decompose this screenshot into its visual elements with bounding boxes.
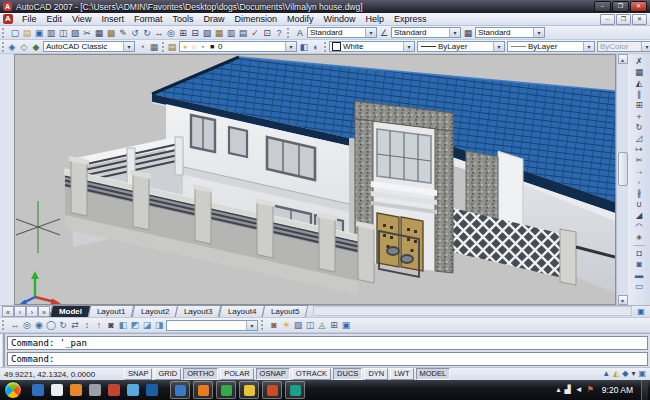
title-bar[interactable]: A AutoCAD 2007 - [C:\Users\ADMIN\Favorit… <box>0 0 650 13</box>
status-toggle[interactable]: OTRACK <box>292 368 331 380</box>
doc-close-button[interactable]: ✕ <box>632 14 647 25</box>
zoom-previous-icon[interactable]: ⊟ <box>189 27 201 39</box>
constrained-orbit-icon[interactable]: ◉ <box>33 319 45 331</box>
taskbar-app-icon-1[interactable] <box>32 384 44 396</box>
menu-item[interactable]: Express <box>389 14 432 24</box>
annotation-autoscale-icon[interactable]: ◆ <box>622 369 628 379</box>
network-icon[interactable]: ▟ <box>565 384 571 396</box>
zoom-realtime-icon[interactable]: ◎ <box>165 27 177 39</box>
command-window[interactable]: Command: '_pan Command: <box>0 333 650 367</box>
visual-style-combo[interactable]: ▾ <box>166 320 258 331</box>
clean-screen-icon[interactable]: ▣ <box>638 369 646 379</box>
taskbar-open-app-6[interactable] <box>285 381 305 399</box>
coordinates-readout[interactable]: 49.9221, 42.1324, 0.0000 <box>4 370 122 379</box>
workspace-icon[interactable]: ◈ <box>6 41 18 53</box>
combo-arrow-icon[interactable]: ▾ <box>583 42 594 51</box>
top-view-icon[interactable]: ◩ <box>129 319 141 331</box>
explode-icon[interactable]: ∗ <box>633 232 646 243</box>
next-tab-button[interactable]: › <box>26 306 38 317</box>
layer-lock-icon[interactable]: ▪ <box>199 43 207 50</box>
linetype-combo[interactable]: ByLayer ▾ <box>417 41 505 52</box>
mapping-icon[interactable]: ◫ <box>304 319 316 331</box>
vertical-scrollbar[interactable]: ▴ ▾ <box>616 54 628 305</box>
render-window-icon[interactable]: ▣ <box>340 319 352 331</box>
match-properties-icon[interactable]: ✎ <box>117 27 129 39</box>
taskbar-open-app-4[interactable] <box>239 381 259 399</box>
taskbar-clock[interactable]: 9:20 AM <box>598 385 637 395</box>
lineweight-combo[interactable]: ByLayer ▾ <box>507 41 595 52</box>
toolbar-grip[interactable] <box>2 28 7 38</box>
array-icon[interactable]: ⊞ <box>633 100 646 111</box>
combo-arrow-icon[interactable]: ▾ <box>449 28 460 37</box>
layer-on-bulb-icon[interactable]: ● <box>181 43 189 50</box>
bring-above-icon[interactable]: ▬ <box>633 270 646 281</box>
markup-set-manager-icon[interactable]: ✓ <box>249 27 261 39</box>
break-at-point-icon[interactable]: ◦ <box>633 177 646 188</box>
combo-arrow-icon[interactable]: ▾ <box>123 42 134 51</box>
menu-item[interactable]: Window <box>319 14 361 24</box>
close-button[interactable]: ✕ <box>630 1 647 12</box>
layer-previous-icon[interactable]: ◐ <box>310 41 322 53</box>
workspace-combo[interactable]: AutoCAD Classic ▾ <box>43 41 135 52</box>
workspace-settings-dialog-icon[interactable]: ◔ <box>136 41 148 53</box>
text-style-combo[interactable]: Standard ▾ <box>307 27 377 38</box>
extend-icon[interactable]: → <box>633 166 646 177</box>
lights-icon[interactable]: ☀ <box>280 319 292 331</box>
status-toggle[interactable]: POLAR <box>220 368 253 380</box>
taskbar-app-icon-4[interactable] <box>89 384 101 396</box>
designcenter-icon[interactable]: ▦ <box>213 27 225 39</box>
doc-minimize-button[interactable]: – <box>600 14 615 25</box>
layer-combo[interactable]: ●☼▪■ 0 ▾ <box>179 41 297 52</box>
open-icon[interactable]: ▤ <box>21 27 33 39</box>
command-input[interactable]: Command: <box>7 352 648 366</box>
status-toggle[interactable]: LWT <box>390 368 413 380</box>
combo-arrow-icon[interactable]: ▾ <box>285 42 296 51</box>
table-style-combo[interactable]: Standard ▾ <box>475 27 545 38</box>
layout-tab[interactable]: Layout3 <box>175 305 222 317</box>
status-menu-chevron-icon[interactable]: ▾ <box>631 369 635 379</box>
first-tab-button[interactable]: « <box>2 306 14 317</box>
help-icon[interactable]: ? <box>273 27 285 39</box>
combo-arrow-icon[interactable]: ▾ <box>403 42 414 51</box>
cut-icon[interactable]: ✂ <box>81 27 93 39</box>
advanced-render-settings-icon[interactable]: ⊞ <box>328 319 340 331</box>
copy-icon[interactable]: ▦ <box>93 27 105 39</box>
toolbar-grip[interactable] <box>324 42 326 52</box>
pan-3d-icon[interactable]: ↔ <box>9 319 21 331</box>
menu-item[interactable]: Insert <box>96 14 129 24</box>
combo-arrow-icon[interactable]: ▾ <box>493 42 504 51</box>
materials-icon[interactable]: ▨ <box>292 319 304 331</box>
copy-object-icon[interactable]: ▦ <box>633 67 646 78</box>
toolbar-grip[interactable] <box>2 42 4 52</box>
chamfer-icon[interactable]: ◢ <box>633 210 646 221</box>
status-toggle[interactable]: SNAP <box>124 368 152 380</box>
menu-item[interactable]: Tools <box>167 14 198 24</box>
menu-item[interactable]: Draw <box>198 14 229 24</box>
continuous-orbit-icon[interactable]: ↻ <box>57 319 69 331</box>
action-center-flag-icon[interactable]: ⚑ <box>587 384 594 396</box>
taskbar-app-icon-6[interactable] <box>127 384 139 396</box>
menu-item[interactable]: Edit <box>42 14 68 24</box>
menu-item[interactable]: Dimension <box>229 14 282 24</box>
send-under-icon[interactable]: ▭ <box>633 281 646 292</box>
status-toggle[interactable]: OSNAP <box>256 368 290 380</box>
toolbar-grip[interactable] <box>287 28 292 38</box>
horizontal-scrollbar[interactable] <box>313 306 632 316</box>
taskbar-app-icon-7[interactable] <box>146 384 158 396</box>
plot-icon[interactable]: ▥ <box>45 27 57 39</box>
trim-icon[interactable]: ✂ <box>633 155 646 166</box>
volume-icon[interactable]: ◄ <box>575 384 583 396</box>
minimize-button[interactable]: – <box>594 1 611 12</box>
free-orbit-icon[interactable]: ◯ <box>45 319 57 331</box>
quickcalc-icon[interactable]: ⊡ <box>261 27 273 39</box>
taskbar-open-app-2[interactable] <box>193 381 213 399</box>
dim-style-icon[interactable]: ∠ <box>378 27 390 39</box>
redo-icon[interactable]: ↻ <box>141 27 153 39</box>
render-environment-icon[interactable]: ◬ <box>316 319 328 331</box>
maximize-button[interactable]: ❐ <box>612 1 629 12</box>
taskbar-app-icon-5[interactable] <box>108 384 120 396</box>
status-toggle[interactable]: ORTHO <box>183 368 218 380</box>
toolbar-grip[interactable] <box>2 320 7 330</box>
layout-tab[interactable]: Layout1 <box>88 305 135 317</box>
layer-freeze-sun-icon[interactable]: ☼ <box>190 43 198 50</box>
